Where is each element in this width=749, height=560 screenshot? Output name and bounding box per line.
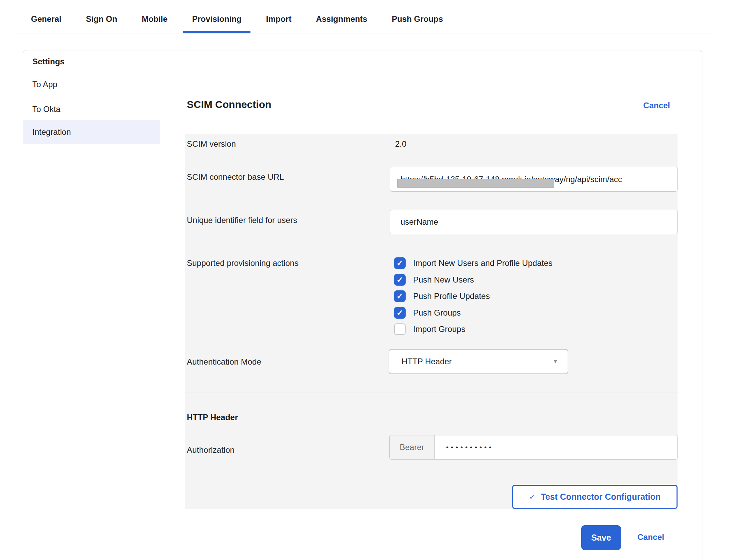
sidebar-divider	[160, 50, 160, 560]
save-button[interactable]: Save	[581, 525, 621, 550]
tab-mobile[interactable]: Mobile	[133, 0, 176, 33]
checkbox-row: Import New Users and Profile Updates	[394, 257, 553, 269]
auth-mode-label: Authentication Mode	[187, 357, 261, 367]
checkbox-label: Import New Users and Profile Updates	[413, 258, 553, 268]
caret-down-icon: ▼	[553, 350, 558, 373]
cancel-link-top[interactable]: Cancel	[643, 101, 670, 110]
checkbox-label: Push Profile Updates	[413, 291, 490, 301]
sidebar-item-to-okta[interactable]: To Okta	[32, 101, 61, 117]
tab-import[interactable]: Import	[257, 0, 300, 33]
base-url-label: SCIM connector base URL	[187, 172, 284, 182]
checkbox-label: Push New Users	[413, 275, 474, 285]
check-icon: ✓	[529, 493, 535, 501]
checkbox-push-groups[interactable]	[394, 307, 406, 319]
checkbox-import-new-users[interactable]	[394, 257, 406, 269]
scim-version-value: 2.0	[395, 139, 406, 149]
tabs: General Sign On Mobile Provisioning Impo…	[22, 0, 452, 33]
tab-sign-on[interactable]: Sign On	[77, 0, 126, 33]
redaction-bar	[397, 179, 554, 188]
checkbox-import-groups[interactable]	[394, 323, 406, 335]
auth-mode-select[interactable]: HTTP Header ▼	[389, 349, 568, 374]
sidebar-title: Settings	[32, 54, 65, 69]
provisioning-actions-label: Supported provisioning actions	[187, 258, 298, 268]
checkbox-row: Push Profile Updates	[394, 290, 490, 302]
checkbox-label: Push Groups	[413, 308, 461, 318]
tab-assignments[interactable]: Assignments	[307, 0, 376, 33]
sidebar-item-to-app[interactable]: To App	[32, 77, 57, 92]
checkbox-label: Import Groups	[413, 324, 465, 334]
test-connector-configuration-label: Test Connector Configuration	[541, 492, 661, 502]
checkbox-row: Push New Users	[394, 274, 474, 286]
checkbox-push-profile-updates[interactable]	[394, 290, 406, 302]
checkbox-row: Import Groups	[394, 323, 465, 335]
unique-id-label: Unique identifier field for users	[187, 215, 297, 225]
tab-bar: General Sign On Mobile Provisioning Impo…	[0, 0, 749, 33]
tab-provisioning[interactable]: Provisioning	[183, 0, 250, 33]
bearer-prefix: Bearer	[390, 435, 435, 459]
page-title: SCIM Connection	[187, 99, 271, 110]
authorization-input-group: Bearer ••••••••••	[389, 435, 678, 460]
sidebar-item-integration[interactable]: Integration	[23, 120, 160, 144]
app-canvas: General Sign On Mobile Provisioning Impo…	[0, 0, 749, 560]
base-url-input[interactable]: https://b5bd-135-19-67-148.ngrok.io/gate…	[390, 167, 678, 192]
authorization-label: Authorization	[187, 445, 234, 455]
checkbox-row: Push Groups	[394, 307, 461, 319]
tab-push-groups[interactable]: Push Groups	[383, 0, 452, 33]
scim-version-label: SCIM version	[187, 139, 236, 149]
http-header-section-title: HTTP Header	[187, 413, 238, 422]
auth-mode-value: HTTP Header	[402, 357, 452, 366]
checkbox-push-new-users[interactable]	[394, 274, 406, 286]
unique-id-input[interactable]: userName	[390, 210, 678, 234]
cancel-link-bottom[interactable]: Cancel	[637, 532, 664, 542]
test-connector-configuration-button[interactable]: ✓ Test Connector Configuration	[512, 485, 678, 509]
authorization-token-input[interactable]: ••••••••••	[435, 435, 677, 459]
tab-general[interactable]: General	[22, 0, 70, 33]
